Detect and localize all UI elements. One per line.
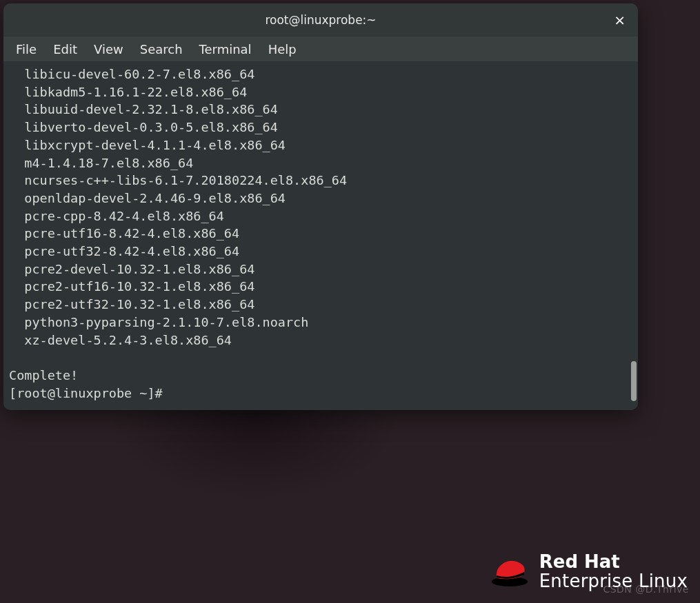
package-line: pcre2-utf32-10.32-1.el8.x86_64: [9, 296, 632, 314]
menu-view[interactable]: View: [86, 39, 132, 59]
scrollbar-thumb[interactable]: [631, 361, 637, 401]
package-line: libicu-devel-60.2-7.el8.x86_64: [9, 65, 632, 83]
package-line: xz-devel-5.2.4-3.el8.x86_64: [9, 331, 632, 349]
package-line: pcre-utf32-8.42-4.el8.x86_64: [9, 243, 632, 260]
redhat-icon: [491, 557, 530, 587]
window-titlebar[interactable]: root@linuxprobe:~ ×: [3, 3, 638, 37]
menu-bar: File Edit View Search Terminal Help: [3, 37, 638, 61]
terminal-window: root@linuxprobe:~ × File Edit View Searc…: [3, 3, 638, 410]
menu-file[interactable]: File: [8, 39, 45, 59]
package-line: m4-1.4.18-7.el8.x86_64: [9, 154, 632, 172]
status-line: Complete!: [9, 367, 632, 385]
watermark-text: CSDN @D.Thrive: [603, 584, 689, 595]
package-line: ncurses-c++-libs-6.1-7.20180224.el8.x86_…: [9, 172, 632, 190]
package-line: libverto-devel-0.3.0-5.el8.x86_64: [9, 119, 632, 136]
package-line: pcre2-devel-10.32-1.el8.x86_64: [9, 260, 632, 278]
menu-terminal[interactable]: Terminal: [191, 39, 260, 59]
package-line: pcre-utf16-8.42-4.el8.x86_64: [9, 225, 632, 243]
package-line: python3-pyparsing-2.1.10-7.el8.noarch: [9, 314, 632, 331]
shell-prompt[interactable]: [root@linuxprobe ~]#: [9, 385, 632, 402]
rhel-brand-line1: Red Hat: [539, 553, 688, 571]
package-line: libxcrypt-devel-4.1.1-4.el8.x86_64: [9, 136, 632, 154]
blank-line: [9, 349, 632, 367]
close-icon[interactable]: ×: [614, 13, 626, 27]
package-line: libuuid-devel-2.32.1-8.el8.x86_64: [9, 101, 632, 119]
menu-help[interactable]: Help: [260, 39, 305, 59]
terminal-output[interactable]: libicu-devel-60.2-7.el8.x86_64 libkadm5-…: [3, 61, 638, 410]
menu-search[interactable]: Search: [132, 39, 191, 59]
menu-edit[interactable]: Edit: [45, 39, 86, 59]
package-line: pcre2-utf16-10.32-1.el8.x86_64: [9, 278, 632, 296]
package-line: pcre-cpp-8.42-4.el8.x86_64: [9, 207, 632, 225]
window-title: root@linuxprobe:~: [265, 13, 376, 27]
package-line: openldap-devel-2.4.46-9.el8.x86_64: [9, 190, 632, 207]
package-line: libkadm5-1.16.1-22.el8.x86_64: [9, 83, 632, 101]
